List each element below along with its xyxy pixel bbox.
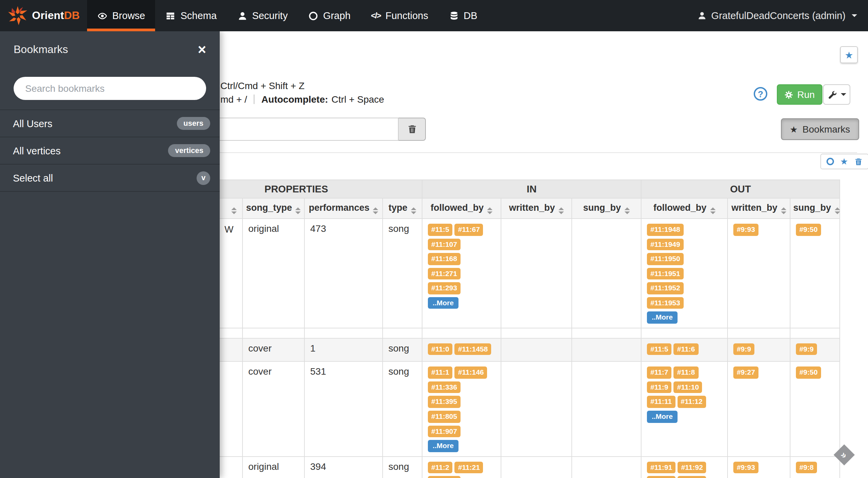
record-id-badge[interactable]: #11:395 [428,396,461,408]
nav-item-label: Functions [385,10,428,21]
sort-icon[interactable] [624,207,630,214]
bookmarks-toggle-button[interactable]: ★ Bookmarks [781,118,859,140]
record-id-badge[interactable]: #11:1458 [455,343,491,355]
in-written-by-cell [501,456,572,478]
bookmarks-search-input[interactable] [14,77,206,100]
user-icon [697,11,706,20]
record-id-badge[interactable]: #11:0 [428,343,453,355]
record-id-badge[interactable]: #11:805 [428,411,461,423]
sort-icon[interactable] [710,207,715,214]
star-icon[interactable]: ★ [840,156,848,167]
more-button[interactable]: ..More [647,411,678,423]
results-table: PROPERTIESINOUT song_typeperformancestyp… [170,180,840,478]
orientdb-logo[interactable]: OrientDB [0,0,87,31]
record-id-badge[interactable]: #11:907 [428,425,461,437]
record-id-badge[interactable]: #11:92 [678,461,706,473]
nav-item-security[interactable]: Security [227,0,298,31]
trash-icon[interactable] [854,157,862,166]
nav-item-browse[interactable]: Browse [87,0,155,31]
record-id-badge[interactable]: #9:8 [796,461,817,473]
col-header-performances-2[interactable]: performances [304,198,383,219]
record-id-badge[interactable]: #11:146 [455,367,487,379]
record-id-badge[interactable]: #11:168 [428,253,461,265]
col-header-song_type-1[interactable]: song_type [243,198,304,219]
record-id-badge[interactable]: #11:1 [428,367,453,379]
record-id-badge[interactable]: #11:5 [647,343,672,355]
record-id-badge[interactable]: #11:91 [647,461,675,473]
nav-item-db[interactable]: DB [438,0,487,31]
record-id-badge[interactable]: #11:1951 [647,268,684,279]
sort-icon[interactable] [781,207,786,214]
clear-query-button[interactable] [399,118,426,141]
more-button[interactable]: ..More [428,297,458,309]
more-button[interactable]: ..More [647,312,678,324]
record-id-badge[interactable]: #11:67 [455,224,483,236]
bookmark-item[interactable]: Select allv [0,165,220,192]
record-id-badge[interactable]: #9:50 [796,224,821,236]
nav-item-graph[interactable]: Graph [298,0,361,31]
record-id-badge[interactable]: #9:27 [733,367,758,379]
query-tools-dropdown[interactable] [823,84,850,105]
record-id-badge[interactable]: #11:7 [647,367,672,379]
more-button[interactable]: ..More [428,440,458,452]
record-id-badge[interactable]: #9:9 [733,343,754,355]
col-header-type-3[interactable]: type [383,198,422,219]
record-id-badge[interactable]: #11:293 [428,282,461,294]
record-id-badge[interactable]: #11:306 [428,476,461,478]
record-id-badge[interactable]: #9:93 [733,461,758,473]
record-id-badge[interactable]: #9:50 [796,367,821,379]
nav-item-functions[interactable]: </>Functions [361,0,438,31]
col-header-sung_by-6[interactable]: sung_by [572,198,641,219]
graph-view-icon[interactable] [827,158,834,165]
sort-icon[interactable] [296,207,301,214]
col-header-label: sung_by [793,203,831,213]
record-id-badge[interactable]: #11:94 [678,476,706,478]
sort-icon[interactable] [373,207,378,214]
navbar-menu: BrowseSchemaSecurityGraph</>FunctionsDB [87,0,487,31]
close-icon[interactable]: × [198,42,206,56]
col-header-written_by-5[interactable]: written_by [501,198,572,219]
record-id-badge[interactable]: #11:2 [428,461,453,473]
nav-item-schema[interactable]: Schema [155,0,227,31]
sort-icon[interactable] [411,207,416,214]
record-id-badge[interactable]: #11:1950 [647,253,684,265]
record-id-badge[interactable]: #9:9 [796,343,817,355]
sort-icon[interactable] [231,207,237,214]
bookmark-item[interactable]: All Usersusers [0,110,220,137]
out-followed-by-cell [641,328,728,338]
record-id-badge[interactable]: #11:1952 [647,282,684,294]
record-id-badge[interactable]: #11:8 [674,367,699,379]
record-id-badge[interactable]: #11:9 [647,381,672,393]
record-id-badge[interactable]: #11:336 [428,381,461,393]
song-type-cell: original [243,456,304,478]
record-id-badge[interactable]: #11:6 [674,343,699,355]
record-id-badge[interactable]: #11:12 [677,396,706,408]
col-header-written_by-8[interactable]: written_by [728,198,790,219]
record-id-badge[interactable]: #9:93 [733,224,758,236]
help-button[interactable]: ? [754,87,767,101]
bookmark-item-label: Select all [13,172,53,183]
run-button[interactable]: Run [777,84,822,105]
record-id-badge[interactable]: #11:271 [428,268,461,279]
col-header-followed_by-7[interactable]: followed_by [641,198,728,219]
record-id-badge[interactable]: #11:10 [674,381,702,393]
favorite-query-button[interactable]: ★ [840,46,858,63]
user-menu[interactable]: GratefulDeadConcerts (admin) [686,0,868,31]
record-id-badge[interactable]: #11:21 [455,461,483,473]
performances-cell: 473 [304,219,383,328]
record-id-badge[interactable]: #11:1948 [647,224,684,236]
col-header-sung_by-9[interactable]: sung_by [790,198,840,219]
performances-cell: 1 [304,338,383,362]
sort-icon[interactable] [487,207,493,214]
sort-icon[interactable] [834,207,840,214]
record-id-badge[interactable]: #11:11 [647,396,675,408]
sort-icon[interactable] [558,207,564,214]
record-id-badge[interactable]: #11:107 [428,238,461,250]
record-id-badge[interactable]: #11:93 [647,476,675,478]
record-id-badge[interactable]: #11:1953 [647,297,684,309]
bookmark-item[interactable]: All verticesvertices [0,137,220,165]
col-header-followed_by-4[interactable]: followed_by [422,198,501,219]
record-id-badge[interactable]: #11:5 [428,224,453,236]
record-id-badge[interactable]: #11:1949 [647,238,684,250]
out-written-by-cell: #9:93 [728,456,790,478]
